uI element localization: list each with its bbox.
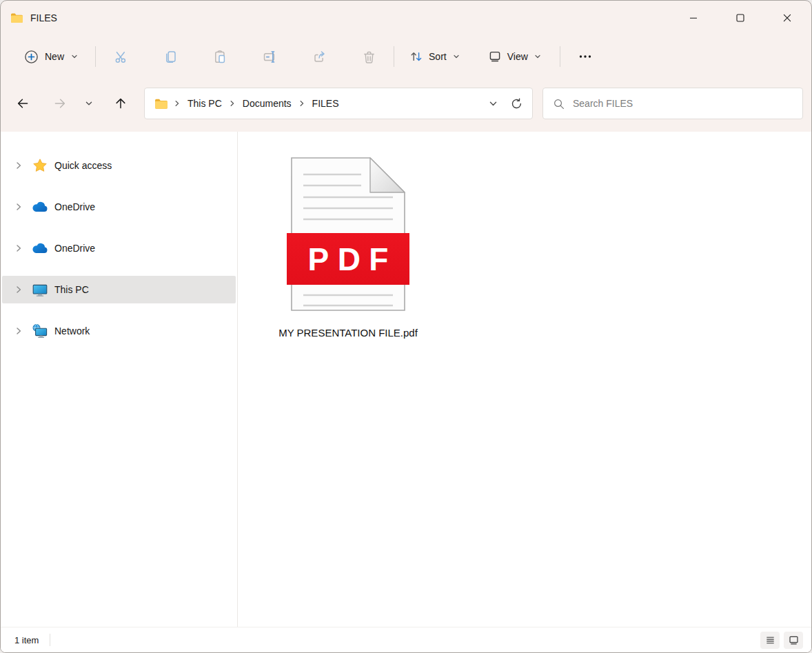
share-button[interactable]: [305, 43, 333, 70]
sidebar: Quick access OneDrive: [1, 132, 238, 627]
sidebar-item-onedrive-1[interactable]: OneDrive: [2, 193, 236, 221]
breadcrumb-segment-files[interactable]: FILES: [311, 95, 341, 112]
sidebar-item-label: OneDrive: [54, 243, 95, 254]
search-input[interactable]: [573, 98, 795, 109]
paste-button[interactable]: [206, 43, 234, 70]
maximize-icon: [735, 12, 746, 23]
details-view-icon: [764, 634, 776, 646]
chevron-right-icon[interactable]: [12, 326, 26, 336]
sidebar-item-label: This PC: [54, 284, 89, 295]
breadcrumb-chevron-icon: [223, 99, 241, 108]
cut-scissors-icon: [114, 50, 128, 64]
copy-button[interactable]: [156, 43, 184, 70]
plus-circle-icon: [24, 50, 39, 64]
sidebar-item-network[interactable]: Network: [2, 317, 236, 345]
onedrive-cloud-icon: [31, 201, 49, 212]
back-button[interactable]: [9, 90, 37, 117]
breadcrumb-segment-documents[interactable]: Documents: [241, 95, 293, 112]
chevron-down-icon: [70, 52, 79, 61]
up-arrow-icon: [114, 97, 128, 110]
file-name-label: MY PRESENTATION FILE.pdf: [278, 327, 418, 339]
rename-icon: [263, 50, 277, 64]
window-controls: [678, 2, 803, 34]
cut-button[interactable]: [107, 43, 134, 70]
chevron-right-icon[interactable]: [12, 285, 26, 294]
file-explorer-window: FILES New: [0, 0, 812, 653]
explorer-body: Quick access OneDrive: [1, 132, 811, 627]
copy-icon: [163, 50, 178, 64]
toolbar: New: [1, 35, 811, 78]
search-box[interactable]: [542, 88, 803, 119]
share-icon: [312, 50, 327, 64]
network-globe-icon: [31, 323, 49, 339]
minimize-icon: [688, 12, 699, 23]
breadcrumb-chevron-icon: [293, 99, 311, 108]
chevron-down-icon: [84, 99, 94, 108]
onedrive-cloud-icon: [31, 243, 49, 254]
toolbar-divider: [394, 46, 394, 67]
pdf-file-icon: PDF: [291, 157, 405, 311]
forward-arrow-icon: [53, 97, 67, 110]
forward-button[interactable]: [46, 90, 74, 117]
breadcrumb-segment-this-pc[interactable]: This PC: [186, 95, 223, 112]
maximize-button[interactable]: [724, 4, 756, 32]
delete-button[interactable]: [355, 43, 383, 70]
status-divider: [50, 634, 50, 646]
sidebar-item-onedrive-2[interactable]: OneDrive: [2, 234, 236, 262]
address-bar[interactable]: This PC Documents FILES: [144, 88, 533, 119]
up-button[interactable]: [107, 90, 134, 117]
chevron-down-icon: [452, 52, 460, 61]
toolbar-divider: [560, 46, 560, 67]
view-button[interactable]: View: [481, 43, 549, 70]
view-toggles: [760, 632, 803, 649]
minimize-button[interactable]: [678, 4, 709, 32]
file-list-area[interactable]: PDF MY PRESENTATION FILE.pdf: [238, 132, 811, 627]
sidebar-item-label: Network: [54, 325, 90, 336]
chevron-right-icon[interactable]: [12, 243, 26, 253]
delete-trash-icon: [362, 50, 376, 64]
sidebar-item-this-pc[interactable]: This PC: [2, 276, 236, 303]
refresh-button[interactable]: [505, 92, 528, 115]
back-arrow-icon: [16, 97, 30, 110]
folder-icon: [154, 98, 168, 110]
thumbnails-view-icon: [788, 634, 800, 646]
chevron-right-icon[interactable]: [12, 161, 26, 170]
address-dropdown-button[interactable]: [481, 92, 505, 115]
search-icon: [553, 98, 565, 110]
more-dots-icon: [578, 50, 593, 63]
toolbar-divider: [95, 46, 96, 67]
thumbnails-view-button[interactable]: [784, 632, 803, 649]
titlebar: FILES: [1, 1, 811, 35]
monitor-icon: [31, 283, 49, 297]
see-more-button[interactable]: [571, 43, 599, 70]
window-title: FILES: [30, 12, 57, 23]
recent-locations-button[interactable]: [79, 90, 99, 117]
file-item-pdf[interactable]: PDF MY PRESENTATION FILE.pdf: [291, 157, 405, 311]
chevron-down-icon: [488, 99, 498, 109]
details-view-button[interactable]: [760, 632, 780, 649]
rename-button[interactable]: [256, 43, 283, 70]
close-button[interactable]: [771, 4, 803, 32]
star-icon: [31, 158, 49, 173]
chevron-right-icon[interactable]: [12, 202, 26, 212]
paste-clipboard-icon: [213, 50, 227, 64]
sort-button-label: Sort: [429, 51, 447, 62]
item-count: 1 item: [14, 635, 39, 645]
new-button-label: New: [45, 51, 64, 62]
sidebar-item-label: Quick access: [54, 160, 112, 171]
view-icon: [488, 50, 502, 63]
sort-arrows-icon: [409, 50, 423, 63]
sidebar-item-quick-access[interactable]: Quick access: [2, 152, 236, 179]
folder-icon: [10, 12, 23, 23]
close-icon: [782, 12, 793, 23]
breadcrumb-chevron-icon: [168, 99, 186, 108]
pdf-badge: PDF: [287, 233, 409, 285]
sidebar-item-label: OneDrive: [54, 201, 95, 212]
view-button-label: View: [507, 51, 528, 62]
new-button[interactable]: New: [17, 43, 85, 70]
sort-button[interactable]: Sort: [403, 43, 467, 70]
refresh-icon: [510, 97, 523, 110]
status-bar: 1 item: [1, 627, 811, 652]
navigation-bar: This PC Documents FILES: [1, 78, 811, 132]
chevron-down-icon: [534, 52, 542, 61]
